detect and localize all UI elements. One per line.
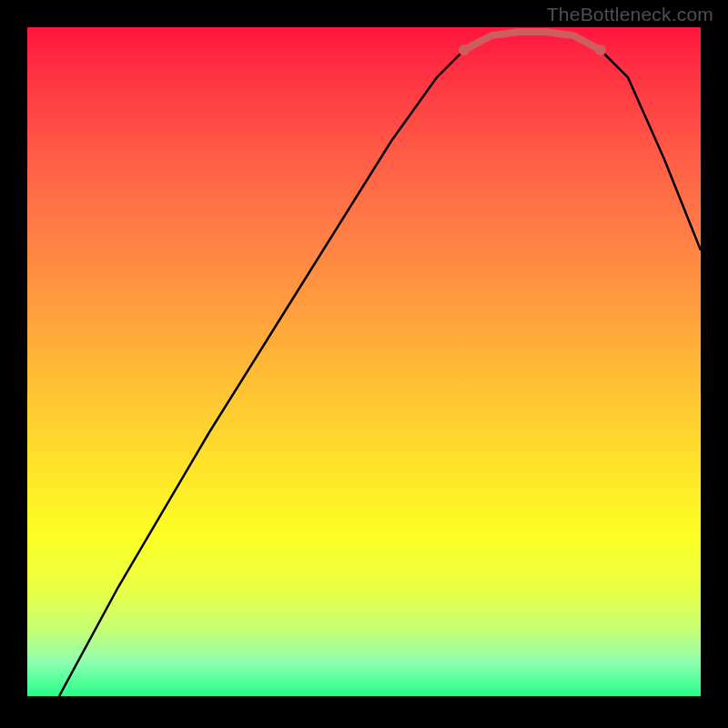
bottleneck-curve: [59, 32, 701, 696]
optimal-range-end-dot: [595, 45, 606, 56]
watermark-text: TheBottleneck.com: [547, 4, 713, 25]
chart-frame: TheBottleneck.com: [0, 0, 728, 728]
chart-overlay: [27, 27, 701, 696]
optimal-range-start-dot: [459, 45, 470, 56]
plot-area: [27, 27, 701, 696]
optimal-range-highlight: [464, 32, 601, 50]
